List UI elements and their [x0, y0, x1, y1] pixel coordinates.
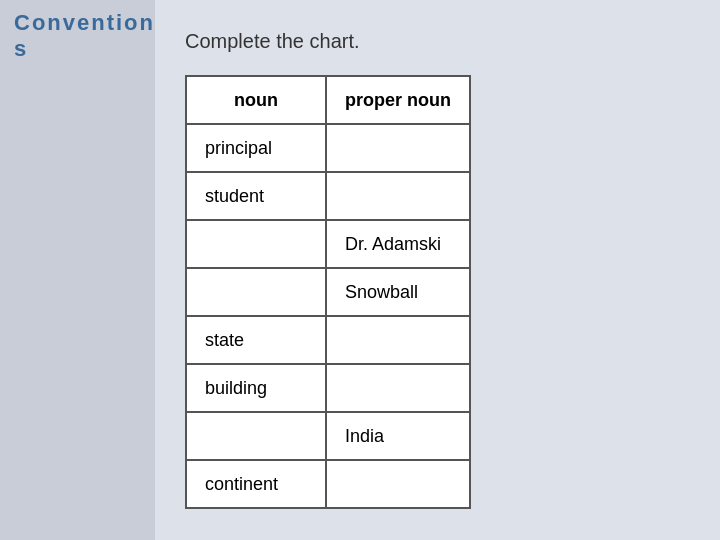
table-row: principal — [186, 124, 470, 172]
cell-proper-noun-3: Snowball — [326, 268, 470, 316]
cell-noun-5: building — [186, 364, 326, 412]
table-row: Snowball — [186, 268, 470, 316]
table-row: continent — [186, 460, 470, 508]
cell-noun-0: principal — [186, 124, 326, 172]
sidebar-title: Convention s — [14, 10, 146, 63]
cell-proper-noun-5 — [326, 364, 470, 412]
cell-proper-noun-7 — [326, 460, 470, 508]
table-row: student — [186, 172, 470, 220]
cell-proper-noun-1 — [326, 172, 470, 220]
cell-noun-1: student — [186, 172, 326, 220]
sidebar-title-line1: Convention — [14, 10, 155, 35]
table-row: state — [186, 316, 470, 364]
sidebar: Convention s — [0, 0, 160, 80]
cell-noun-3 — [186, 268, 326, 316]
col-noun-header: noun — [186, 76, 326, 124]
cell-proper-noun-0 — [326, 124, 470, 172]
table-row: India — [186, 412, 470, 460]
instruction-text: Complete the chart. — [185, 30, 360, 53]
cell-noun-6 — [186, 412, 326, 460]
table-header-row: noun proper noun — [186, 76, 470, 124]
main-content: Complete the chart. noun proper noun pri… — [155, 0, 720, 540]
table-row: building — [186, 364, 470, 412]
cell-proper-noun-2: Dr. Adamski — [326, 220, 470, 268]
slide-container: Convention s Complete the chart. noun pr… — [0, 0, 720, 540]
chart-table: noun proper noun principalstudentDr. Ada… — [185, 75, 471, 509]
cell-noun-7: continent — [186, 460, 326, 508]
cell-noun-2 — [186, 220, 326, 268]
col-proper-noun-header: proper noun — [326, 76, 470, 124]
cell-noun-4: state — [186, 316, 326, 364]
sidebar-title-line2: s — [14, 36, 28, 61]
cell-proper-noun-4 — [326, 316, 470, 364]
table-row: Dr. Adamski — [186, 220, 470, 268]
cell-proper-noun-6: India — [326, 412, 470, 460]
